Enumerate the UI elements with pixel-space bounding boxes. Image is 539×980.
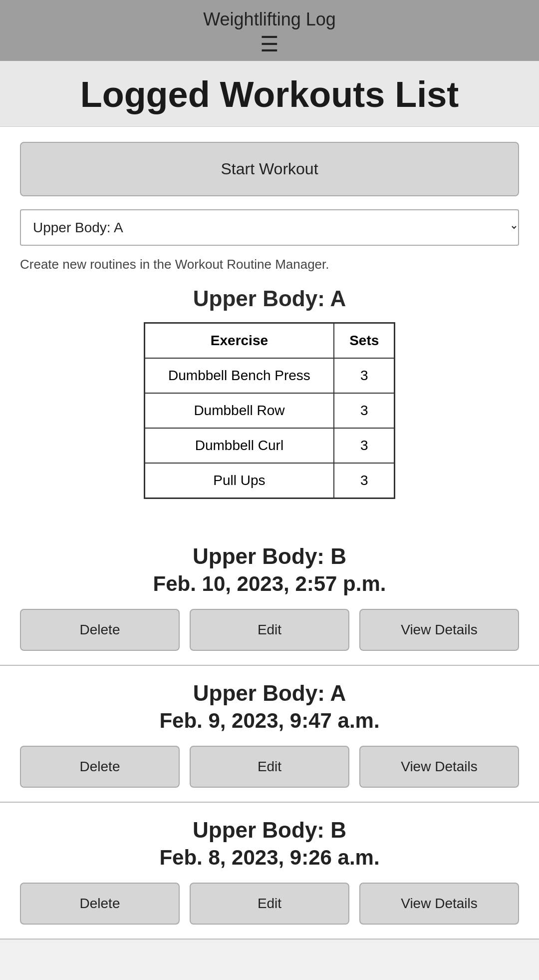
hamburger-icon[interactable]: ☰ — [0, 34, 539, 55]
page-title: Logged Workouts List — [15, 75, 524, 114]
edit-button[interactable]: Edit — [190, 746, 349, 788]
log-entry-routine-name: Upper Body: B — [20, 818, 519, 843]
col-header-exercise: Exercise — [144, 323, 334, 359]
view-button[interactable]: View Details — [359, 746, 519, 788]
log-entries-container: Upper Body: BFeb. 10, 2023, 2:57 p.m.Del… — [0, 529, 539, 940]
app-header: Weightlifting Log ☰ — [0, 0, 539, 61]
log-entry-routine-name: Upper Body: A — [20, 681, 519, 706]
view-button[interactable]: View Details — [359, 883, 519, 925]
log-entry: Upper Body: BFeb. 8, 2023, 9:26 a.m.Dele… — [0, 803, 539, 940]
log-entry-date: Feb. 10, 2023, 2:57 p.m. — [20, 572, 519, 596]
helper-text: Create new routines in the Workout Routi… — [20, 257, 519, 272]
view-button[interactable]: View Details — [359, 609, 519, 651]
exercise-name: Dumbbell Curl — [144, 428, 334, 463]
edit-button[interactable]: Edit — [190, 883, 349, 925]
exercise-sets: 3 — [334, 393, 395, 428]
exercise-name: Pull Ups — [144, 463, 334, 498]
log-entry: Upper Body: BFeb. 10, 2023, 2:57 p.m.Del… — [0, 529, 539, 666]
routine-select[interactable]: Upper Body: A Upper Body: B Lower Body: … — [20, 209, 519, 246]
start-workout-button[interactable]: Start Workout — [20, 142, 519, 196]
edit-button[interactable]: Edit — [190, 609, 349, 651]
log-entry-routine-name: Upper Body: B — [20, 544, 519, 569]
exercise-row: Dumbbell Bench Press3 — [144, 358, 395, 393]
log-entry-actions: DeleteEditView Details — [20, 883, 519, 925]
page-title-bar: Logged Workouts List — [0, 61, 539, 127]
col-header-sets: Sets — [334, 323, 395, 359]
exercise-sets: 3 — [334, 463, 395, 498]
exercise-sets: 3 — [334, 358, 395, 393]
log-entry-actions: DeleteEditView Details — [20, 746, 519, 788]
exercise-row: Pull Ups3 — [144, 463, 395, 498]
exercise-sets: 3 — [334, 428, 395, 463]
exercise-name: Dumbbell Bench Press — [144, 358, 334, 393]
delete-button[interactable]: Delete — [20, 746, 180, 788]
exercise-name: Dumbbell Row — [144, 393, 334, 428]
exercise-table: Exercise Sets Dumbbell Bench Press3Dumbb… — [144, 322, 396, 499]
delete-button[interactable]: Delete — [20, 883, 180, 925]
app-title: Weightlifting Log — [0, 9, 539, 30]
log-entry-actions: DeleteEditView Details — [20, 609, 519, 651]
routine-name-heading: Upper Body: A — [20, 286, 519, 311]
log-entry-date: Feb. 8, 2023, 9:26 a.m. — [20, 846, 519, 870]
main-content: Start Workout Upper Body: A Upper Body: … — [0, 127, 539, 529]
log-entry: Upper Body: AFeb. 9, 2023, 9:47 a.m.Dele… — [0, 666, 539, 803]
exercise-row: Dumbbell Curl3 — [144, 428, 395, 463]
log-entry-date: Feb. 9, 2023, 9:47 a.m. — [20, 709, 519, 733]
delete-button[interactable]: Delete — [20, 609, 180, 651]
exercise-row: Dumbbell Row3 — [144, 393, 395, 428]
